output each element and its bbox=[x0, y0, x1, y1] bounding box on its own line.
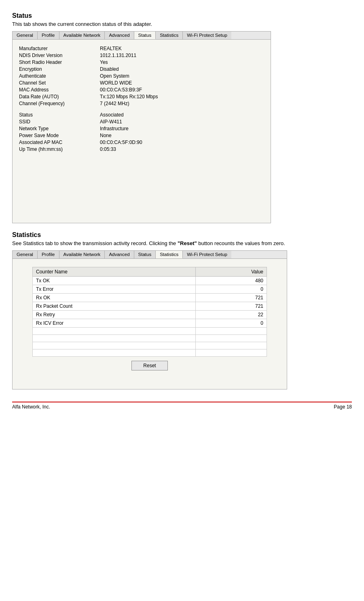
stats-tab-wifi-protect-setup[interactable]: Wi-Fi Protect Setup bbox=[183, 251, 231, 258]
status-label-channel-set: Channel Set bbox=[19, 80, 100, 86]
status-tab-bar: General Profile Available Network Advanc… bbox=[12, 31, 271, 39]
status-panel-bottom-space bbox=[19, 152, 264, 217]
stats-table: Counter Name Value Tx OK 480 Tx Error 0 … bbox=[32, 267, 267, 357]
status-value-ndis: 1012.1.131.2011 bbox=[100, 52, 221, 59]
status-value-power-save: None bbox=[100, 132, 221, 139]
statistics-tab-bar: General Profile Available Network Advanc… bbox=[12, 250, 287, 258]
status-label-data-rate: Data Rate (AUTO) bbox=[19, 93, 100, 100]
status-label-ndis: NDIS Driver Version bbox=[19, 52, 100, 59]
stats-row-rx-packet-count: Rx Packet Count 721 bbox=[33, 302, 267, 311]
status-value-short-radio: Yes bbox=[100, 59, 221, 66]
stats-row-tx-ok: Tx OK 480 bbox=[33, 277, 267, 285]
stats-col-value: Value bbox=[195, 267, 267, 277]
stats-row-empty-3 bbox=[33, 342, 267, 349]
status-value-manufacturer: REALTEK bbox=[100, 45, 221, 52]
stats-cell-tx-ok-value: 480 bbox=[195, 277, 267, 285]
stats-tab-statistics[interactable]: Statistics bbox=[156, 251, 183, 258]
stats-tab-status[interactable]: Status bbox=[134, 251, 156, 258]
status-value-authenticate: Open System bbox=[100, 73, 221, 79]
reset-button-row: Reset bbox=[19, 361, 280, 370]
status-label-manufacturer: Manufacturer bbox=[19, 45, 100, 52]
stats-cell-rx-icv-error-name: Rx ICV Error bbox=[33, 319, 196, 328]
tab-status[interactable]: Status bbox=[134, 32, 156, 39]
stats-tab-available-network[interactable]: Available Network bbox=[59, 251, 105, 258]
stats-cell-rx-ok-name: Rx OK bbox=[33, 294, 196, 302]
status-value-data-rate: Tx:120 Mbps Rx:120 Mbps bbox=[100, 93, 221, 100]
stats-cell-tx-error-value: 0 bbox=[195, 285, 267, 294]
stats-cell-tx-ok-name: Tx OK bbox=[33, 277, 196, 285]
tab-statistics[interactable]: Statistics bbox=[156, 32, 183, 39]
status-panel: Manufacturer REALTEK NDIS Driver Version… bbox=[12, 39, 271, 223]
stats-cell-rx-packet-count-name: Rx Packet Count bbox=[33, 302, 196, 311]
status-label-power-save: Power Save Mode bbox=[19, 132, 100, 139]
stats-row-tx-error: Tx Error 0 bbox=[33, 285, 267, 294]
stats-table-wrapper: Counter Name Value Tx OK 480 Tx Error 0 … bbox=[32, 267, 267, 357]
status-label-mac: MAC Address bbox=[19, 87, 100, 93]
tab-profile[interactable]: Profile bbox=[38, 32, 59, 39]
status-label-status: Status bbox=[19, 112, 100, 118]
status-value-uptime: 0:05:33 bbox=[100, 146, 221, 152]
stats-panel-bottom-space bbox=[19, 370, 280, 383]
stats-cell-rx-ok-value: 721 bbox=[195, 294, 267, 302]
stats-row-rx-retry: Rx Retry 22 bbox=[33, 311, 267, 319]
status-value-ap-mac: 00:C0:CA:5F:0D:90 bbox=[100, 139, 221, 146]
stats-tab-profile[interactable]: Profile bbox=[38, 251, 59, 258]
stats-row-rx-icv-error: Rx ICV Error 0 bbox=[33, 319, 267, 328]
stats-cell-tx-error-name: Tx Error bbox=[33, 285, 196, 294]
footer-left: Alfa Network, Inc. bbox=[12, 404, 50, 410]
tab-wifi-protect-setup[interactable]: Wi-Fi Protect Setup bbox=[183, 32, 231, 39]
statistics-title: Statistics bbox=[12, 231, 352, 239]
status-label-channel-freq: Channel (Frequency) bbox=[19, 100, 100, 107]
tab-general[interactable]: General bbox=[13, 32, 38, 39]
stats-row-empty-1 bbox=[33, 328, 267, 335]
statistics-desc-part1: See Statistics tab to show the transmiss… bbox=[12, 240, 178, 246]
stats-cell-rx-icv-error-value: 0 bbox=[195, 319, 267, 328]
stats-row-rx-ok: Rx OK 721 bbox=[33, 294, 267, 302]
status-value-channel-freq: 7 (2442 MHz) bbox=[100, 100, 221, 107]
stats-cell-rx-packet-count-value: 721 bbox=[195, 302, 267, 311]
statistics-desc-part3: button recounts the values from zero. bbox=[197, 240, 285, 246]
status-description: This tab shows the current connection st… bbox=[12, 21, 352, 27]
tab-available-network[interactable]: Available Network bbox=[59, 32, 105, 39]
status-grid: Manufacturer REALTEK NDIS Driver Version… bbox=[19, 45, 264, 152]
stats-row-empty-4 bbox=[33, 349, 267, 357]
status-value-network-type: Infrastructure bbox=[100, 125, 221, 132]
statistics-description: See Statistics tab to show the transmiss… bbox=[12, 240, 352, 246]
stats-tab-advanced[interactable]: Advanced bbox=[105, 251, 134, 258]
status-label-ssid: SSID bbox=[19, 119, 100, 125]
stats-cell-rx-retry-value: 22 bbox=[195, 311, 267, 319]
stats-tab-general[interactable]: General bbox=[13, 251, 38, 258]
status-label-network-type: Network Type bbox=[19, 125, 100, 132]
statistics-desc-reset-bold: "Reset" bbox=[178, 240, 197, 246]
reset-button[interactable]: Reset bbox=[131, 361, 167, 370]
status-value-channel-set: WORLD WIDE bbox=[100, 80, 221, 86]
statistics-panel: Counter Name Value Tx OK 480 Tx Error 0 … bbox=[12, 258, 287, 389]
tab-advanced[interactable]: Advanced bbox=[105, 32, 134, 39]
status-section: Status This tab shows the current connec… bbox=[12, 12, 352, 223]
status-value-ssid: AIP-W411 bbox=[100, 119, 221, 125]
status-value-mac: 00:C0:CA:53:B9:3F bbox=[100, 87, 221, 93]
stats-cell-rx-retry-name: Rx Retry bbox=[33, 311, 196, 319]
stats-col-counter-name: Counter Name bbox=[33, 267, 196, 277]
status-spacer bbox=[19, 107, 221, 111]
statistics-section: Statistics See Statistics tab to show th… bbox=[12, 231, 352, 389]
status-label-uptime: Up Time (hh:mm:ss) bbox=[19, 146, 100, 152]
status-label-encryption: Encryption bbox=[19, 66, 100, 72]
status-title: Status bbox=[12, 12, 352, 19]
stats-row-empty-2 bbox=[33, 335, 267, 342]
status-label-ap-mac: Associated AP MAC bbox=[19, 139, 100, 146]
footer: Alfa Network, Inc. Page 18 bbox=[12, 402, 352, 410]
status-value-status: Associated bbox=[100, 112, 221, 118]
status-label-short-radio: Short Radio Header bbox=[19, 59, 100, 66]
status-value-encryption: Disabled bbox=[100, 66, 221, 72]
status-label-authenticate: Authenticate bbox=[19, 73, 100, 79]
footer-right: Page 18 bbox=[334, 404, 352, 410]
